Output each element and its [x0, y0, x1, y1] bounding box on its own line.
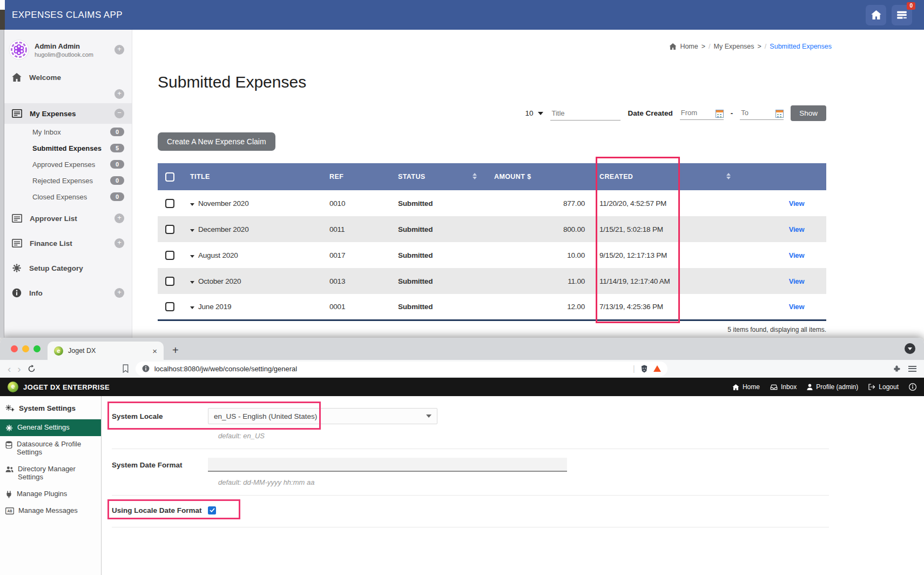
status-badge: Submitted: [392, 216, 473, 242]
user-profile[interactable]: Admin Admin hugolim@outlook.com +: [0, 30, 132, 68]
users-icon: [5, 466, 14, 473]
title-filter-input[interactable]: [550, 106, 621, 121]
page-size-select[interactable]: 10: [525, 109, 543, 117]
user-expand-icon[interactable]: +: [114, 45, 124, 55]
row-expand-caret-icon[interactable]: [190, 281, 194, 284]
date-from-field[interactable]: [680, 107, 724, 120]
column-header-ref[interactable]: REF: [329, 163, 392, 190]
breadcrumb-submitted-expenses[interactable]: Submitted Expenses: [770, 43, 832, 50]
create-expense-claim-button[interactable]: Create A New Expense Claim: [158, 132, 275, 151]
sidebar-item-directory-manager-settings[interactable]: Directory Manager Settings: [0, 461, 101, 486]
sidebar-item-my-inbox[interactable]: My Inbox 0: [0, 124, 132, 140]
brave-shield-icon[interactable]: [640, 365, 648, 373]
gears-icon: [5, 404, 15, 412]
date-to-input[interactable]: [740, 107, 773, 118]
row-expand-caret-icon[interactable]: [190, 255, 194, 258]
joget-nav-home[interactable]: Home: [732, 383, 760, 391]
header-inbox-button[interactable]: 0: [892, 5, 912, 25]
sidebar-item-setup-category[interactable]: Setup Category: [0, 258, 132, 278]
sidebar-item-manage-plugins[interactable]: Manage Plugins: [0, 486, 101, 503]
info-expand-icon[interactable]: +: [114, 288, 124, 298]
column-header-title[interactable]: TITLE: [184, 163, 329, 190]
sidebar-item-welcome[interactable]: Welcome: [0, 68, 132, 87]
system-date-format-input[interactable]: [208, 458, 567, 472]
sidebar-item-finance-list[interactable]: Finance List +: [0, 233, 132, 253]
date-from-input[interactable]: [680, 107, 713, 118]
sidebar-item-general-settings[interactable]: General Settings: [0, 419, 101, 436]
expenses-table-wrap: TITLE REF STATUS AMOUNT $ CREATED: [158, 163, 826, 333]
joget-info-icon[interactable]: [909, 383, 916, 391]
select-all-checkbox[interactable]: [165, 172, 174, 182]
back-button[interactable]: ‹: [8, 364, 11, 374]
sidebar-item-approved-expenses[interactable]: Approved Expenses 0: [0, 156, 132, 172]
sidebar-item-manage-messages[interactable]: AB Manage Messages: [0, 503, 101, 519]
sidebar-item-approver-list[interactable]: Approver List +: [0, 208, 132, 229]
window-zoom-button[interactable]: [33, 345, 41, 352]
tab-search-menu-button[interactable]: [905, 343, 915, 354]
row-checkbox[interactable]: [165, 225, 174, 234]
finance-list-expand-icon[interactable]: +: [114, 238, 124, 248]
address-bar[interactable]: localhost:8080/jw/web/console/setting/ge…: [136, 362, 667, 376]
column-header-amount[interactable]: AMOUNT $: [494, 163, 591, 190]
browser-tab[interactable]: e Joget DX ×: [48, 342, 164, 360]
sidebar-item-submitted-expenses[interactable]: Submitted Expenses 5: [0, 140, 132, 156]
system-locale-select[interactable]: en_US - English (United States): [208, 408, 437, 424]
breadcrumb-home[interactable]: Home: [680, 43, 698, 50]
forward-button[interactable]: ›: [17, 364, 21, 374]
joget-nav-profile[interactable]: Profile (admin): [807, 383, 858, 391]
url-text[interactable]: localhost:8080/jw/web/console/setting/ge…: [154, 365, 298, 373]
bookmark-icon[interactable]: [122, 364, 129, 373]
home-icon: [12, 73, 22, 82]
view-link[interactable]: View: [789, 225, 805, 233]
system-locale-label: System Locale: [112, 412, 208, 420]
sort-icon[interactable]: [726, 173, 731, 179]
row-expand-caret-icon[interactable]: [190, 229, 194, 232]
user-email: hugolim@outlook.com: [35, 51, 93, 58]
row-checkbox[interactable]: [165, 302, 174, 311]
extensions-puzzle-icon[interactable]: [893, 365, 901, 373]
site-info-icon[interactable]: [142, 365, 150, 372]
joget-nav-inbox[interactable]: Inbox: [770, 383, 797, 391]
date-to-field[interactable]: [740, 107, 784, 120]
row-checkbox[interactable]: [165, 277, 174, 286]
breadcrumb-my-expenses[interactable]: My Expenses: [714, 43, 754, 50]
sort-icon[interactable]: [473, 173, 477, 179]
window-close-button[interactable]: [11, 345, 18, 352]
show-button[interactable]: Show: [791, 105, 826, 121]
table-row: October 2020 0013 Submitted 11.00 11/14/…: [158, 268, 826, 294]
joget-nav-logout[interactable]: Logout: [868, 383, 899, 391]
reload-button[interactable]: [28, 365, 36, 373]
new-tab-button[interactable]: +: [172, 344, 179, 360]
app-title: EXPENSES CLAIMS APP: [12, 10, 123, 21]
view-link[interactable]: View: [789, 303, 805, 311]
approver-list-expand-icon[interactable]: +: [114, 213, 124, 223]
row-checkbox[interactable]: [165, 251, 174, 260]
header-home-button[interactable]: [866, 5, 886, 25]
calendar-icon[interactable]: [716, 110, 724, 118]
using-locale-date-format-checkbox[interactable]: [208, 506, 216, 514]
view-link[interactable]: View: [789, 277, 805, 285]
sidebar-item-datasource-profile-settings[interactable]: Datasource & Profile Settings: [0, 436, 101, 461]
system-locale-row: System Locale en_US - English (United St…: [112, 407, 924, 425]
tab-close-icon[interactable]: ×: [152, 346, 157, 356]
column-header-status[interactable]: STATUS: [392, 163, 473, 190]
view-link[interactable]: View: [789, 251, 805, 259]
sidebar-item-closed-expenses[interactable]: Closed Expenses 0: [0, 189, 132, 205]
window-minimize-button[interactable]: [22, 345, 29, 352]
column-header-created[interactable]: CREATED: [591, 163, 726, 190]
sidebar-item-info[interactable]: Info +: [0, 283, 132, 303]
sidebar-item-rejected-expenses[interactable]: Rejected Expenses 0: [0, 172, 132, 189]
row-expand-caret-icon[interactable]: [190, 203, 194, 206]
status-badge: Submitted: [392, 294, 473, 320]
welcome-expand-icon[interactable]: +: [114, 89, 124, 99]
expenses-app-window: EXPENSES CLAIMS APP 0: [0, 0, 924, 338]
browser-menu-icon[interactable]: [908, 366, 916, 372]
brave-rewards-icon[interactable]: [653, 365, 661, 372]
inbox-icon: [770, 384, 778, 390]
calendar-icon[interactable]: [775, 110, 784, 118]
view-link[interactable]: View: [789, 199, 805, 208]
sidebar-item-my-expenses[interactable]: My Expenses −: [0, 103, 132, 124]
row-checkbox[interactable]: [165, 199, 174, 208]
row-expand-caret-icon[interactable]: [190, 306, 194, 309]
my-expenses-collapse-icon[interactable]: −: [114, 109, 124, 118]
